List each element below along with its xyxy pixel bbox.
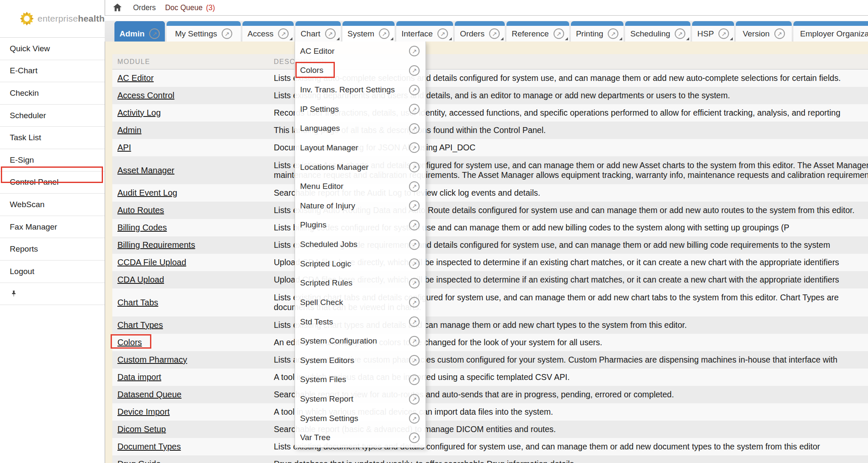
- sidebar-item[interactable]: Reports: [0, 238, 105, 261]
- sidebar-item[interactable]: Scheduler: [0, 105, 105, 127]
- module-link[interactable]: Billing Codes: [117, 223, 167, 233]
- external-link-icon[interactable]: ↗: [409, 413, 420, 424]
- external-link-icon[interactable]: ↗: [409, 355, 420, 366]
- home-icon[interactable]: [112, 3, 123, 13]
- module-link[interactable]: Admin: [117, 125, 142, 135]
- module-link[interactable]: Activity Log: [117, 108, 161, 118]
- module-link[interactable]: Dicom Setup: [117, 424, 166, 434]
- system-menu-item[interactable]: Languages ↗: [295, 119, 426, 139]
- system-menu-item[interactable]: System Settings ↗: [295, 409, 426, 428]
- system-menu-item[interactable]: AC Editor ↗: [295, 42, 426, 61]
- system-menu-item[interactable]: Scheduled Jobs ↗: [295, 235, 426, 254]
- table-row: CCDA File Upload Upload CDA files here d…: [112, 254, 868, 271]
- external-link-icon[interactable]: ↗: [409, 433, 420, 443]
- external-link-icon[interactable]: ↗: [409, 278, 420, 288]
- sidebar-item[interactable]: Fax Manager: [0, 216, 105, 238]
- system-menu-item[interactable]: Layout Manager ↗: [295, 138, 426, 158]
- system-menu-item[interactable]: Colors ↗: [295, 61, 426, 80]
- module-link[interactable]: Document Types: [117, 442, 181, 452]
- sidebar-item[interactable]: Task List: [0, 127, 105, 149]
- tab[interactable]: Employer Organizations ↗: [793, 21, 868, 42]
- external-link-icon[interactable]: ↗: [409, 394, 420, 405]
- sidebar-item[interactable]: Logout: [0, 261, 105, 283]
- external-link-icon[interactable]: ↗: [409, 85, 420, 95]
- system-menu-item[interactable]: Spell Check ↗: [295, 293, 426, 312]
- sidebar-item[interactable]: WebScan: [0, 194, 105, 216]
- breadcrumb-orders[interactable]: Orders: [133, 3, 156, 12]
- table-row: Asset Manager Lists existing Asset chart…: [112, 156, 868, 184]
- sidebar-item[interactable]: E-Chart: [0, 60, 105, 83]
- module-link[interactable]: Chart Types: [117, 320, 163, 330]
- tab[interactable]: Access ↗: [242, 21, 294, 42]
- system-menu-item[interactable]: Inv. Trans. Report Settings ↗: [295, 80, 426, 100]
- system-menu-item[interactable]: IP Settings ↗: [295, 100, 426, 119]
- system-menu-item[interactable]: System Report ↗: [295, 389, 426, 409]
- tab[interactable]: Chart ↗: [295, 21, 340, 42]
- tab[interactable]: Orders ↗: [455, 21, 505, 42]
- system-menu-item[interactable]: System Files ↗: [295, 370, 426, 390]
- tab-label: Printing: [576, 29, 603, 39]
- module-link[interactable]: Drug Guide: [117, 459, 161, 463]
- module-link[interactable]: Audit Event Log: [117, 188, 177, 198]
- tab[interactable]: HSP ↗: [692, 21, 734, 42]
- external-link-icon[interactable]: ↗: [409, 239, 420, 250]
- system-menu-item[interactable]: Var Tree ↗: [295, 428, 426, 448]
- external-link-icon[interactable]: ↗: [409, 297, 420, 308]
- module-link[interactable]: Auto Routes: [117, 205, 164, 215]
- breadcrumb-doc-queue[interactable]: Doc Queue: [165, 3, 203, 12]
- module-link[interactable]: Colors: [117, 338, 142, 347]
- system-menu-item[interactable]: Std Tests ↗: [295, 312, 426, 332]
- system-menu-item[interactable]: Scripted Rules ↗: [295, 274, 426, 293]
- module-link[interactable]: CDA Upload: [117, 275, 164, 285]
- module-link[interactable]: Datasend Queue: [117, 390, 181, 399]
- tab[interactable]: Scheduling ↗: [625, 21, 690, 42]
- system-menu-item[interactable]: Plugins ↗: [295, 216, 426, 235]
- module-link[interactable]: AC Editor: [117, 73, 154, 83]
- table-row: Chart Tabs Lists existing chart tabs and…: [112, 288, 868, 316]
- external-link-icon[interactable]: ↗: [409, 46, 420, 56]
- sidebar-item[interactable]: E-Sign: [0, 149, 105, 172]
- external-link-icon[interactable]: ↗: [409, 220, 420, 230]
- tab[interactable]: Admin ↗: [114, 21, 165, 42]
- menu-item-label: Var Tree: [300, 433, 330, 442]
- tab[interactable]: Version ↗: [736, 21, 791, 42]
- external-link-icon[interactable]: ↗: [409, 162, 420, 172]
- external-link-icon[interactable]: ↗: [409, 123, 420, 134]
- sidebar-item[interactable]: Checkin: [0, 82, 105, 105]
- module-link[interactable]: Device Import: [117, 407, 170, 417]
- module-link[interactable]: CCDA File Upload: [117, 258, 186, 267]
- sidebar-item[interactable]: Quick View: [0, 38, 105, 60]
- external-link-icon[interactable]: ↗: [409, 65, 420, 76]
- module-link[interactable]: Asset Manager: [117, 166, 175, 175]
- system-menu-item[interactable]: System Editors ↗: [295, 351, 426, 370]
- system-menu-item[interactable]: Menu Editor ↗: [295, 177, 426, 196]
- module-link[interactable]: Chart Tabs: [117, 298, 158, 308]
- system-menu-item[interactable]: System Configuration ↗: [295, 331, 426, 351]
- tab-label: Employer Organizations: [800, 29, 868, 39]
- tab[interactable]: My Settings ↗: [167, 21, 241, 42]
- tab[interactable]: Printing ↗: [571, 21, 623, 42]
- external-link-icon[interactable]: ↗: [409, 200, 420, 211]
- module-link[interactable]: Data import: [117, 372, 161, 382]
- tab[interactable]: System ↗: [342, 21, 395, 42]
- module-link[interactable]: Billing Requirements: [117, 240, 195, 250]
- external-link-icon[interactable]: ↗: [409, 336, 420, 347]
- module-link[interactable]: Custom Pharmacy: [117, 355, 187, 365]
- system-menu-item[interactable]: Locations Manager ↗: [295, 158, 426, 177]
- module-link[interactable]: Access Control: [117, 91, 175, 100]
- system-menu-item[interactable]: Scripted Logic ↗: [295, 254, 426, 274]
- pin-icon[interactable]: [10, 290, 17, 297]
- tab[interactable]: Reference ↗: [506, 21, 569, 42]
- external-link-icon[interactable]: ↗: [409, 374, 420, 385]
- external-link-icon[interactable]: ↗: [409, 104, 420, 114]
- external-link-icon[interactable]: ↗: [409, 316, 420, 327]
- module-link[interactable]: API: [117, 143, 131, 152]
- table-row: Audit Event Log Searchable report for th…: [112, 184, 868, 202]
- external-link-icon[interactable]: ↗: [409, 181, 420, 192]
- tab-label: Orders: [460, 29, 484, 39]
- system-menu-item[interactable]: Nature of Injury ↗: [295, 196, 426, 216]
- tab[interactable]: Interface ↗: [396, 21, 453, 42]
- sidebar-item[interactable]: Control Panel: [0, 172, 105, 194]
- external-link-icon[interactable]: ↗: [409, 142, 420, 153]
- external-link-icon[interactable]: ↗: [409, 258, 420, 269]
